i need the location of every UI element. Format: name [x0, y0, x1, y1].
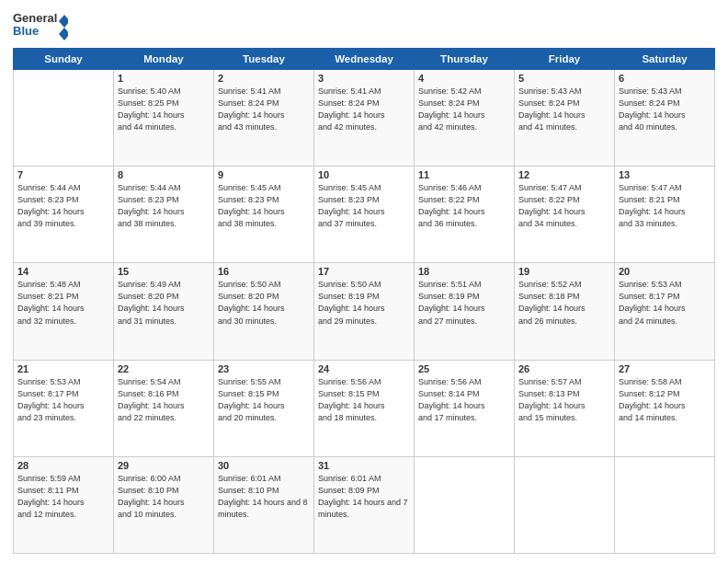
- day-info: Sunrise: 6:01 AMSunset: 8:10 PMDaylight:…: [218, 474, 308, 519]
- day-number: 6: [619, 73, 711, 84]
- calendar-cell: 22 Sunrise: 5:54 AMSunset: 8:16 PMDaylig…: [114, 360, 214, 456]
- day-number: 8: [118, 169, 210, 180]
- day-info: Sunrise: 5:54 AMSunset: 8:16 PMDaylight:…: [118, 377, 185, 422]
- day-info: Sunrise: 5:56 AMSunset: 8:15 PMDaylight:…: [318, 377, 385, 422]
- calendar-cell: 5 Sunrise: 5:43 AMSunset: 8:24 PMDayligh…: [515, 70, 615, 167]
- day-number: 1: [118, 73, 210, 84]
- day-info: Sunrise: 5:47 AMSunset: 8:22 PMDaylight:…: [518, 183, 586, 228]
- day-info: Sunrise: 5:51 AMSunset: 8:19 PMDaylight:…: [418, 280, 485, 325]
- day-info: Sunrise: 5:53 AMSunset: 8:17 PMDaylight:…: [17, 377, 85, 422]
- day-number: 31: [318, 460, 410, 471]
- day-info: Sunrise: 5:49 AMSunset: 8:20 PMDaylight:…: [118, 280, 185, 325]
- calendar-cell: 31 Sunrise: 6:01 AMSunset: 8:09 PMDaylig…: [314, 456, 415, 553]
- day-info: Sunrise: 5:58 AMSunset: 8:12 PMDaylight:…: [619, 377, 686, 422]
- day-number: 29: [118, 460, 210, 471]
- calendar-cell: [415, 456, 515, 553]
- day-number: 18: [418, 266, 510, 277]
- day-number: 25: [418, 363, 510, 374]
- day-number: 4: [418, 73, 510, 84]
- day-number: 10: [318, 169, 410, 180]
- day-number: 26: [518, 363, 610, 374]
- day-number: 19: [518, 266, 610, 277]
- logo: General Blue: [13, 9, 68, 42]
- day-number: 24: [318, 363, 410, 374]
- day-info: Sunrise: 5:57 AMSunset: 8:13 PMDaylight:…: [518, 377, 586, 422]
- day-number: 28: [17, 460, 109, 471]
- day-info: Sunrise: 5:47 AMSunset: 8:21 PMDaylight:…: [619, 183, 686, 228]
- day-info: Sunrise: 6:01 AMSunset: 8:09 PMDaylight:…: [318, 474, 408, 519]
- day-header-saturday: Saturday: [615, 49, 715, 70]
- calendar-cell: 14 Sunrise: 5:48 AMSunset: 8:21 PMDaylig…: [14, 263, 114, 360]
- day-header-monday: Monday: [114, 49, 214, 70]
- calendar-cell: 17 Sunrise: 5:50 AMSunset: 8:19 PMDaylig…: [314, 263, 415, 360]
- calendar-cell: 21 Sunrise: 5:53 AMSunset: 8:17 PMDaylig…: [14, 360, 114, 456]
- calendar-cell: 1 Sunrise: 5:40 AMSunset: 8:25 PMDayligh…: [114, 70, 214, 167]
- calendar-cell: 10 Sunrise: 5:45 AMSunset: 8:23 PMDaylig…: [314, 167, 415, 263]
- day-number: 5: [518, 73, 610, 84]
- calendar-cell: 9 Sunrise: 5:45 AMSunset: 8:23 PMDayligh…: [214, 167, 314, 263]
- day-info: Sunrise: 5:45 AMSunset: 8:23 PMDaylight:…: [318, 183, 385, 228]
- day-number: 20: [619, 266, 711, 277]
- logo-icon: General Blue: [13, 9, 68, 42]
- svg-marker-2: [59, 15, 68, 40]
- day-number: 7: [17, 169, 109, 180]
- day-header-sunday: Sunday: [14, 49, 114, 70]
- day-number: 15: [118, 266, 210, 277]
- day-info: Sunrise: 5:50 AMSunset: 8:19 PMDaylight:…: [318, 280, 385, 325]
- day-info: Sunrise: 6:00 AMSunset: 8:10 PMDaylight:…: [118, 474, 185, 519]
- day-number: 13: [619, 169, 711, 180]
- day-number: 30: [218, 460, 310, 471]
- day-info: Sunrise: 5:48 AMSunset: 8:21 PMDaylight:…: [17, 280, 85, 325]
- day-info: Sunrise: 5:40 AMSunset: 8:25 PMDaylight:…: [118, 86, 185, 132]
- calendar-cell: 11 Sunrise: 5:46 AMSunset: 8:22 PMDaylig…: [415, 167, 515, 263]
- day-info: Sunrise: 5:59 AMSunset: 8:11 PMDaylight:…: [17, 474, 85, 519]
- day-number: 21: [17, 363, 109, 374]
- calendar-cell: 23 Sunrise: 5:55 AMSunset: 8:15 PMDaylig…: [214, 360, 314, 456]
- day-info: Sunrise: 5:53 AMSunset: 8:17 PMDaylight:…: [619, 280, 686, 325]
- day-number: 11: [418, 169, 510, 180]
- day-info: Sunrise: 5:55 AMSunset: 8:15 PMDaylight:…: [218, 377, 285, 422]
- calendar-cell: 13 Sunrise: 5:47 AMSunset: 8:21 PMDaylig…: [615, 167, 715, 263]
- calendar-cell: 3 Sunrise: 5:41 AMSunset: 8:24 PMDayligh…: [314, 70, 415, 167]
- calendar-cell: [515, 456, 615, 553]
- calendar-cell: 26 Sunrise: 5:57 AMSunset: 8:13 PMDaylig…: [515, 360, 615, 456]
- header: General Blue: [13, 9, 715, 42]
- calendar-cell: 16 Sunrise: 5:50 AMSunset: 8:20 PMDaylig…: [214, 263, 314, 360]
- day-info: Sunrise: 5:50 AMSunset: 8:20 PMDaylight:…: [218, 280, 285, 325]
- day-number: 23: [218, 363, 310, 374]
- calendar-cell: 25 Sunrise: 5:56 AMSunset: 8:14 PMDaylig…: [415, 360, 515, 456]
- day-info: Sunrise: 5:43 AMSunset: 8:24 PMDaylight:…: [619, 86, 686, 132]
- day-number: 3: [318, 73, 410, 84]
- calendar-cell: [14, 70, 114, 167]
- calendar-table: SundayMondayTuesdayWednesdayThursdayFrid…: [13, 48, 715, 554]
- day-info: Sunrise: 5:43 AMSunset: 8:24 PMDaylight:…: [518, 86, 586, 132]
- day-info: Sunrise: 5:46 AMSunset: 8:22 PMDaylight:…: [418, 183, 485, 228]
- calendar-cell: 4 Sunrise: 5:42 AMSunset: 8:24 PMDayligh…: [415, 70, 515, 167]
- svg-text:General: General: [13, 11, 57, 25]
- calendar-cell: [615, 456, 715, 553]
- day-info: Sunrise: 5:41 AMSunset: 8:24 PMDaylight:…: [218, 86, 285, 132]
- day-number: 27: [619, 363, 711, 374]
- day-number: 2: [218, 73, 310, 84]
- svg-text:Blue: Blue: [13, 24, 39, 38]
- day-number: 12: [518, 169, 610, 180]
- calendar-cell: 15 Sunrise: 5:49 AMSunset: 8:20 PMDaylig…: [114, 263, 214, 360]
- calendar-cell: 8 Sunrise: 5:44 AMSunset: 8:23 PMDayligh…: [114, 167, 214, 263]
- calendar-cell: 6 Sunrise: 5:43 AMSunset: 8:24 PMDayligh…: [615, 70, 715, 167]
- day-info: Sunrise: 5:41 AMSunset: 8:24 PMDaylight:…: [318, 86, 385, 132]
- day-info: Sunrise: 5:52 AMSunset: 8:18 PMDaylight:…: [518, 280, 586, 325]
- calendar-cell: 20 Sunrise: 5:53 AMSunset: 8:17 PMDaylig…: [615, 263, 715, 360]
- calendar-cell: 2 Sunrise: 5:41 AMSunset: 8:24 PMDayligh…: [214, 70, 314, 167]
- day-info: Sunrise: 5:56 AMSunset: 8:14 PMDaylight:…: [418, 377, 485, 422]
- calendar-cell: 30 Sunrise: 6:01 AMSunset: 8:10 PMDaylig…: [214, 456, 314, 553]
- calendar-cell: 27 Sunrise: 5:58 AMSunset: 8:12 PMDaylig…: [615, 360, 715, 456]
- day-number: 9: [218, 169, 310, 180]
- day-number: 22: [118, 363, 210, 374]
- day-number: 17: [318, 266, 410, 277]
- calendar-page: General Blue SundayMondayTuesdayWednesda…: [0, 0, 728, 563]
- calendar-cell: 29 Sunrise: 6:00 AMSunset: 8:10 PMDaylig…: [114, 456, 214, 553]
- day-info: Sunrise: 5:42 AMSunset: 8:24 PMDaylight:…: [418, 86, 485, 132]
- day-header-friday: Friday: [515, 49, 615, 70]
- day-number: 14: [17, 266, 109, 277]
- day-header-tuesday: Tuesday: [214, 49, 314, 70]
